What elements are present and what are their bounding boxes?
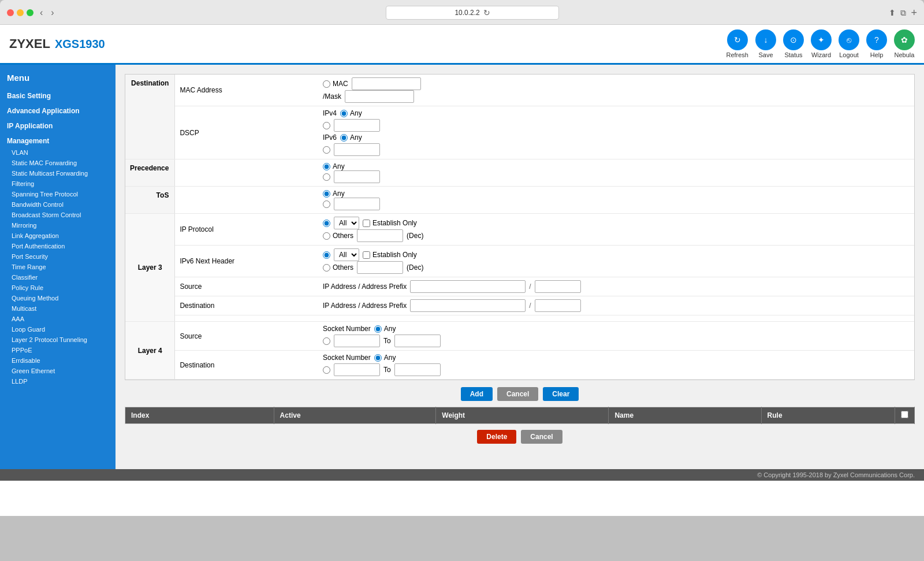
ipv6-nh-others-radio-item[interactable]: Others — [323, 263, 353, 272]
tos-any-radio[interactable] — [323, 190, 330, 198]
ipv6-nh-select[interactable]: All — [334, 248, 359, 261]
dest-socket-any-radio[interactable] — [374, 354, 382, 362]
dest-socket-to-input[interactable] — [394, 363, 441, 376]
sidebar-item-green-ethernet[interactable]: Green Ethernet — [0, 366, 116, 376]
help-nav-btn[interactable]: ? Help — [866, 29, 887, 58]
maximize-button[interactable] — [27, 9, 33, 16]
source-socket-from-input[interactable] — [334, 335, 380, 347]
dest-socket-from-input[interactable] — [334, 363, 380, 376]
ipv6-dscp-input[interactable] — [334, 143, 380, 156]
sidebar-item-errdisable[interactable]: Errdisable — [0, 355, 116, 366]
sidebar-item-mirroring[interactable]: Mirroring — [0, 220, 116, 231]
ip-protocol-input[interactable] — [357, 229, 403, 242]
share-icon[interactable]: ⬆ — [889, 8, 896, 17]
sidebar-item-loop-guard[interactable]: Loop Guard — [0, 324, 116, 335]
ip-protocol-select[interactable]: All — [334, 217, 359, 229]
tos-value-radio-item[interactable] — [323, 200, 330, 208]
source-socket-to-input[interactable] — [394, 335, 441, 347]
ipv4-dscp-value-radio-item[interactable] — [323, 122, 330, 129]
sidebar-item-multicast[interactable]: Multicast — [0, 303, 116, 314]
ipv6-dscp-value-radio-item[interactable] — [323, 146, 330, 154]
ipv6-establish-only-checkbox-item[interactable]: Establish Only — [363, 251, 417, 259]
sidebar-item-static-multicast-forwarding[interactable]: Static Multicast Forwarding — [0, 168, 116, 179]
dest-socket-value-radio-item[interactable] — [323, 366, 330, 374]
forward-button[interactable]: › — [49, 8, 55, 18]
sidebar-item-management[interactable]: Management — [0, 135, 116, 147]
source-socket-value-radio[interactable] — [323, 337, 330, 345]
close-button[interactable] — [7, 9, 14, 16]
save-nav-btn[interactable]: ↓ Save — [755, 29, 776, 58]
dest-socket-any-radio-item[interactable]: Any — [374, 354, 396, 362]
mac-radio-item[interactable]: MAC — [323, 80, 348, 88]
sidebar-item-aaa[interactable]: AAA — [0, 314, 116, 324]
tos-value-radio[interactable] — [323, 200, 330, 208]
ip-protocol-all-radio-item[interactable] — [323, 220, 330, 227]
dest-prefix-input[interactable] — [535, 299, 581, 312]
sidebar-item-layer2-protocol-tunneling[interactable]: Layer 2 Protocol Tunneling — [0, 335, 116, 345]
sidebar-item-pppoe[interactable]: PPPoE — [0, 345, 116, 355]
clear-button[interactable]: Clear — [543, 387, 579, 401]
nebula-nav-btn[interactable]: ✿ Nebula — [894, 29, 915, 58]
precedence-input[interactable] — [334, 170, 380, 183]
logout-nav-btn[interactable]: ⎋ Logout — [839, 29, 859, 58]
ipv6-nh-all-radio[interactable] — [323, 251, 330, 259]
cancel-button[interactable]: Cancel — [497, 387, 538, 401]
source-ip-input[interactable] — [410, 280, 526, 293]
ipv6-dscp-value-radio[interactable] — [323, 146, 330, 154]
tos-any-radio-item[interactable]: Any — [323, 190, 345, 198]
source-socket-any-radio-item[interactable]: Any — [374, 325, 396, 333]
source-socket-value-radio-item[interactable] — [323, 337, 330, 345]
select-all-checkbox[interactable] — [901, 411, 908, 418]
ip-protocol-others-radio[interactable] — [323, 232, 330, 240]
window-icon[interactable]: ⧉ — [900, 8, 906, 18]
ip-establish-only-checkbox[interactable] — [363, 220, 370, 227]
sidebar-item-static-mac-forwarding[interactable]: Static MAC Forwarding — [0, 158, 116, 168]
ipv4-dscp-value-radio[interactable] — [323, 122, 330, 129]
refresh-nav-btn[interactable]: ↻ Refresh — [726, 29, 748, 58]
mac-radio[interactable] — [323, 80, 330, 88]
ipv6-nh-all-radio-item[interactable] — [323, 251, 330, 259]
sidebar-item-queuing-method[interactable]: Queuing Method — [0, 293, 116, 303]
ip-protocol-all-radio[interactable] — [323, 220, 330, 227]
sidebar-item-lldp[interactable]: LLDP — [0, 376, 116, 387]
ip-protocol-others-radio-item[interactable]: Others — [323, 232, 353, 240]
source-prefix-input[interactable] — [535, 280, 581, 293]
sidebar-item-vlan[interactable]: VLAN — [0, 147, 116, 158]
ipv4-any-radio[interactable] — [340, 110, 348, 117]
source-socket-any-radio[interactable] — [374, 325, 382, 333]
delete-button[interactable]: Delete — [477, 430, 516, 444]
precedence-any-radio[interactable] — [323, 163, 330, 170]
sidebar-item-broadcast-storm-control[interactable]: Broadcast Storm Control — [0, 210, 116, 220]
ipv4-any-radio-item[interactable]: Any — [340, 109, 362, 117]
sidebar-item-spanning-tree-protocol[interactable]: Spanning Tree Protocol — [0, 189, 116, 199]
dest-ip-input[interactable] — [410, 299, 526, 312]
ipv6-any-radio-item[interactable]: Any — [340, 133, 362, 142]
mac-mask-input[interactable] — [345, 90, 414, 103]
precedence-value-radio[interactable] — [323, 173, 330, 181]
sidebar-item-policy-rule[interactable]: Policy Rule — [0, 283, 116, 293]
sidebar-item-port-security[interactable]: Port Security — [0, 251, 116, 262]
precedence-any-radio-item[interactable]: Any — [323, 162, 345, 170]
sidebar-item-link-aggregation[interactable]: Link Aggregation — [0, 231, 116, 241]
sidebar-item-advanced-application[interactable]: Advanced Application — [0, 105, 116, 117]
sidebar-item-ip-application[interactable]: IP Application — [0, 120, 116, 132]
reload-button[interactable]: ↻ — [483, 8, 490, 17]
status-nav-btn[interactable]: ⊙ Status — [783, 29, 804, 58]
sidebar-item-filtering[interactable]: Filtering — [0, 179, 116, 189]
add-button[interactable]: Add — [461, 387, 493, 401]
ipv6-any-radio[interactable] — [340, 134, 348, 142]
back-button[interactable]: ‹ — [38, 8, 44, 18]
mac-address-input[interactable] — [352, 77, 421, 90]
precedence-value-radio-item[interactable] — [323, 173, 330, 181]
address-bar[interactable]: 10.0.2.2 ↻ — [386, 6, 559, 20]
ipv4-dscp-input[interactable] — [334, 119, 380, 132]
sidebar-item-port-authentication[interactable]: Port Authentication — [0, 241, 116, 251]
ip-establish-only-checkbox-item[interactable]: Establish Only — [363, 219, 417, 227]
dest-socket-value-radio[interactable] — [323, 366, 330, 374]
minimize-button[interactable] — [17, 9, 24, 16]
tos-input[interactable] — [334, 198, 380, 210]
cancel-button2[interactable]: Cancel — [521, 430, 562, 444]
sidebar-item-classifier[interactable]: Classifier — [0, 272, 116, 283]
sidebar-item-time-range[interactable]: Time Range — [0, 262, 116, 272]
wizard-nav-btn[interactable]: ✦ Wizard — [811, 29, 832, 58]
